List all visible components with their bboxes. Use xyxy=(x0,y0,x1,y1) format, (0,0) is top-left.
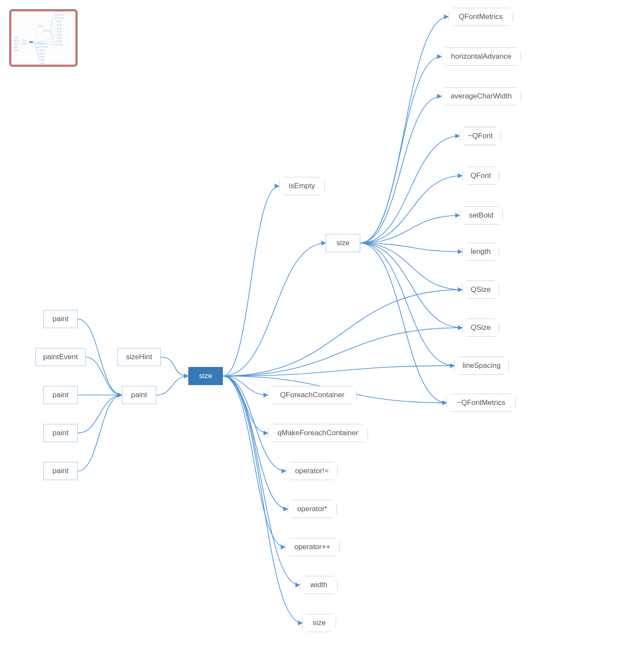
node-operator_ne[interactable]: operator!= xyxy=(286,462,338,480)
node-size_center[interactable]: size xyxy=(188,367,223,385)
node-paintEvent[interactable]: paintEvent xyxy=(35,348,86,366)
minimap-node-length xyxy=(57,31,61,32)
edge-size_upper-QSize_b xyxy=(360,243,462,328)
node-size_lower[interactable]: size xyxy=(302,614,336,632)
node-not_QFontMetrics[interactable]: ~QFontMetrics xyxy=(447,394,516,412)
node-width[interactable]: width xyxy=(300,576,338,594)
node-label: operator!= xyxy=(295,467,329,475)
node-label: size xyxy=(199,372,212,380)
edge-size_center-QForeachContainer xyxy=(223,376,268,395)
node-label: paint xyxy=(131,391,147,399)
node-label: size xyxy=(336,239,349,247)
edge-size_center-size_lower xyxy=(223,376,302,623)
node-paint_c[interactable]: paint xyxy=(43,424,78,442)
minimap-node-horizontalAdvance xyxy=(55,14,63,16)
edge-size_center-isEmpty xyxy=(223,186,279,376)
minimap-node-not_QFontMetrics xyxy=(56,44,63,45)
edge-size_upper-QFontMetrics xyxy=(360,17,448,243)
edge-size_upper-not_QFont xyxy=(360,136,460,243)
edge-size_upper-lineSpacing xyxy=(360,243,454,366)
edge-paint_hub-size_center xyxy=(156,376,188,395)
edge-size_upper-QSize_a xyxy=(360,243,462,290)
node-label: QSize xyxy=(471,323,491,332)
minimap-node-paint_b xyxy=(14,43,18,45)
node-label: operator++ xyxy=(294,543,330,551)
minimap-node-operator_ne xyxy=(39,50,44,51)
node-label: horizontalAdvance xyxy=(451,52,511,61)
node-operator_star[interactable]: operator* xyxy=(288,500,337,518)
minimap-node-QSize_a xyxy=(57,34,61,36)
node-label: ~QFontMetrics xyxy=(457,398,505,407)
minimap-node-width xyxy=(41,59,44,61)
node-paint_a[interactable]: paint xyxy=(43,310,78,328)
edge-paintEvent-paint_hub xyxy=(86,357,122,395)
node-QSize_a[interactable]: QSize xyxy=(462,281,499,299)
minimap-node-QFontMetrics xyxy=(56,11,63,13)
minimap-node-qMakeForeachContainer xyxy=(38,46,48,48)
node-label: sizeHint xyxy=(126,353,152,361)
edge-paint_c-paint_hub xyxy=(78,395,122,433)
node-QFont[interactable]: QFont xyxy=(462,167,499,185)
node-sizeHint[interactable]: sizeHint xyxy=(117,348,161,366)
minimap-node-QForeachContainer xyxy=(38,43,47,45)
node-size_upper[interactable]: size xyxy=(326,234,360,252)
edge-size_upper-setBold xyxy=(360,215,460,243)
node-QFontMetrics[interactable]: QFontMetrics xyxy=(448,8,513,26)
node-label: qMakeForeachContainer xyxy=(277,429,358,437)
node-lineSpacing[interactable]: lineSpacing xyxy=(454,357,509,375)
minimap-node-averageCharWidth xyxy=(55,17,63,19)
node-QSize_b[interactable]: QSize xyxy=(462,319,499,337)
edge-size_upper-averageCharWidth xyxy=(360,96,441,243)
node-label: lineSpacing xyxy=(463,361,501,370)
minimap-node-QSize_b xyxy=(57,37,61,39)
edge-size_upper-horizontalAdvance xyxy=(360,57,441,243)
node-label: QForeachContainer xyxy=(280,391,344,399)
node-averageCharWidth[interactable]: averageCharWidth xyxy=(441,87,521,105)
node-label: paint xyxy=(53,315,69,323)
node-length[interactable]: length xyxy=(462,243,499,261)
node-label: paintEvent xyxy=(43,353,78,361)
node-label: averageCharWidth xyxy=(450,92,512,101)
node-label: paint xyxy=(53,391,69,399)
minimap-node-paint_c xyxy=(14,46,18,48)
edge-size_center-QSize_b xyxy=(223,328,462,376)
node-paint_b[interactable]: paint xyxy=(43,386,78,404)
minimap-node-paint_d xyxy=(14,50,18,51)
minimap-node-lineSpacing xyxy=(57,41,62,42)
minimap-node-size_center xyxy=(29,41,33,43)
edge-size_center-lineSpacing xyxy=(223,366,454,376)
node-qMakeForeachContainer[interactable]: qMakeForeachContainer xyxy=(268,424,368,442)
minimap-node-size_upper xyxy=(43,30,47,32)
minimap-node-paintEvent xyxy=(13,40,19,41)
minimap-node-operator_pp xyxy=(39,56,45,58)
node-setBold[interactable]: setBold xyxy=(460,206,503,224)
node-paint_hub[interactable]: paint xyxy=(122,386,156,404)
edge-size_center-QSize_a xyxy=(223,290,462,376)
node-horizontalAdvance[interactable]: horizontalAdvance xyxy=(441,47,521,66)
minimap-node-setBold xyxy=(57,28,61,29)
node-label: QFontMetrics xyxy=(459,13,503,21)
minimap-node-operator_star xyxy=(39,53,44,54)
edge-sizeHint-size_center xyxy=(161,357,188,376)
node-label: paint xyxy=(53,467,69,475)
minimap-node-not_QFont xyxy=(57,21,61,22)
minimap[interactable] xyxy=(10,9,77,66)
minimap-node-paint_a xyxy=(14,37,18,38)
minimap-node-isEmpty xyxy=(38,25,43,27)
node-operator_pp[interactable]: operator++ xyxy=(285,538,339,556)
edge-paint_d-paint_hub xyxy=(78,395,122,471)
node-label: width xyxy=(310,581,327,589)
node-label: length xyxy=(471,247,491,256)
edge-size_center-qMakeForeachContainer xyxy=(223,376,268,433)
minimap-node-sizeHint xyxy=(22,40,26,41)
node-paint_d[interactable]: paint xyxy=(43,462,78,480)
node-not_QFont[interactable]: ~QFont xyxy=(460,127,501,145)
node-QForeachContainer[interactable]: QForeachContainer xyxy=(268,386,357,404)
node-isEmpty[interactable]: isEmpty xyxy=(279,177,325,195)
minimap-node-QFont xyxy=(57,24,61,26)
node-label: setBold xyxy=(469,211,494,220)
node-label: ~QFont xyxy=(468,132,492,140)
node-label: size xyxy=(313,619,326,627)
node-label: paint xyxy=(53,429,69,437)
node-label: QFont xyxy=(470,171,491,180)
